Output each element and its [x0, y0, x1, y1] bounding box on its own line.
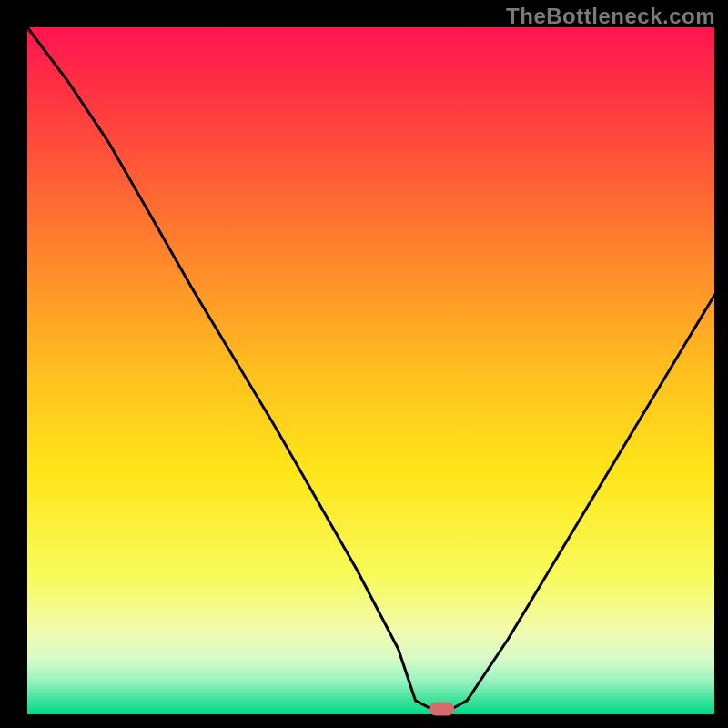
- optimal-point-marker: [429, 703, 454, 716]
- watermark-text: TheBottleneck.com: [506, 4, 715, 29]
- chart-container: TheBottleneck.com: [0, 0, 728, 728]
- chart-svg: [0, 0, 728, 728]
- plot-area: [27, 27, 714, 714]
